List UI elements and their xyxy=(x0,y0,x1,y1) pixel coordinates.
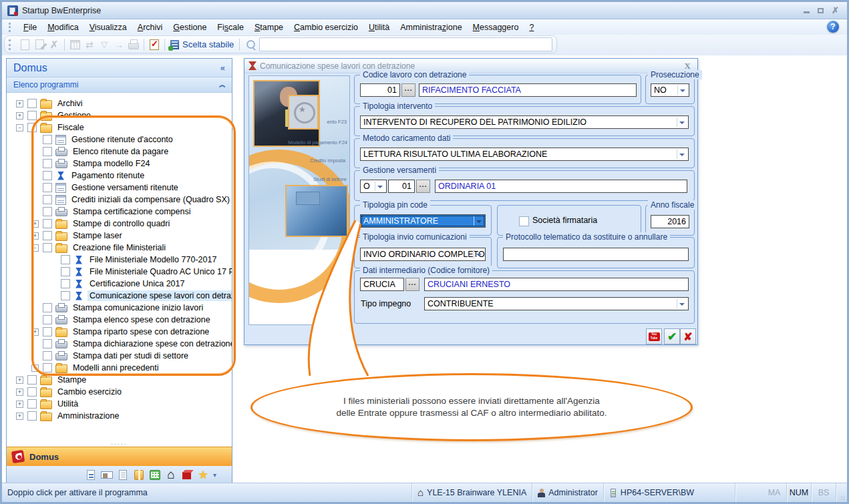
tree-item-checkbox[interactable] xyxy=(43,303,52,312)
tree-item[interactable]: + Modelli anni precedenti xyxy=(7,362,232,374)
intermediario-code-input[interactable]: CRUCIA xyxy=(360,278,404,291)
tree-item[interactable]: - Creazione file Ministeriali xyxy=(7,242,232,254)
prosecuzione-select[interactable]: NO xyxy=(651,83,689,97)
expand-toggle-icon[interactable]: + xyxy=(31,328,39,336)
tree-item[interactable]: Stampa dati per studi di settore xyxy=(7,350,232,362)
versamenti-code-input[interactable]: 01 xyxy=(388,180,415,193)
tipologia-pin-select[interactable]: AMMINISTRATORE xyxy=(360,214,486,228)
new-document-toolbar-button[interactable] xyxy=(17,37,32,52)
toolbar-separator[interactable] xyxy=(164,39,165,51)
tree-item[interactable]: - Fiscale xyxy=(7,121,232,134)
filter-toolbar-button[interactable] xyxy=(97,37,112,52)
versamenti-tipo-select[interactable]: O xyxy=(360,180,387,193)
archivi-menu-item[interactable]: Archivi xyxy=(132,21,168,34)
edit-toolbar-button[interactable] xyxy=(32,37,47,52)
tree-item-checkbox[interactable] xyxy=(43,315,52,324)
tree-item-checkbox[interactable] xyxy=(27,375,37,385)
versamenti-desc-input[interactable]: ORDINARIA 01 xyxy=(435,180,687,193)
fiscale-menu-item[interactable]: Fiscale xyxy=(212,21,249,34)
expand-toggle-icon[interactable]: + xyxy=(31,232,39,240)
delete-toolbar-button[interactable] xyxy=(47,37,61,52)
expand-toggle-icon[interactable]: + xyxy=(16,100,23,107)
expand-toggle-icon[interactable]: + xyxy=(31,364,39,372)
tree-item-checkbox[interactable] xyxy=(27,111,37,120)
tree-item-checkbox[interactable] xyxy=(43,219,52,228)
tree-item[interactable]: + Stampe laser xyxy=(7,230,232,242)
domus-bar[interactable]: Domus xyxy=(7,447,232,466)
tree-item[interactable]: + Amministrazione xyxy=(7,410,232,422)
tree-item[interactable]: + Cambio esercizio xyxy=(7,386,232,398)
tree-item[interactable]: Certificazione Unica 2017 xyxy=(7,278,232,290)
tree-item-checkbox[interactable] xyxy=(43,351,52,360)
tree-item-checkbox[interactable] xyxy=(43,171,52,180)
codice-lavoro-browse-button[interactable]: ... xyxy=(401,83,415,97)
splitter-handle[interactable]: ····· xyxy=(7,441,232,447)
tree-item[interactable]: Stampa elenco spese con detrazione xyxy=(7,314,232,326)
tree-item[interactable]: Gestione ritenute d'acconto xyxy=(7,134,232,146)
tree-item-checkbox[interactable] xyxy=(43,243,52,252)
tree-item[interactable]: Elenco ritenute da pagare xyxy=(7,146,232,158)
cambio-esercizio-menu-item[interactable]: Cambio esercizio xyxy=(289,21,363,34)
chev-icon[interactable]: ▾ xyxy=(213,469,225,481)
tree-item-checkbox[interactable] xyxy=(43,183,52,192)
window-close-button[interactable]: ✗ xyxy=(832,6,839,15)
expand-toggle-icon[interactable]: - xyxy=(31,244,39,252)
tree-item[interactable]: File Ministeriale Quadro AC Unico 17 PF xyxy=(7,266,232,278)
file-menu-item[interactable]: File xyxy=(18,21,42,34)
expand-toggle-icon[interactable]: + xyxy=(31,220,39,228)
tree-item-checkbox[interactable] xyxy=(43,327,52,336)
intermediario-desc-input[interactable]: CRUCIANI ERNESTO xyxy=(424,278,689,291)
expand-toggle-icon[interactable]: + xyxy=(16,413,23,420)
tree-item[interactable]: Stampa certificazione compensi xyxy=(7,206,232,218)
menubar-grip[interactable] xyxy=(9,23,13,32)
visualizza-menu-item[interactable]: Visualizza xyxy=(84,21,132,34)
cancel-button[interactable]: ✘ xyxy=(680,328,696,344)
tree-item[interactable]: Stampa modello F24 xyxy=(7,158,232,170)
tree-item-checkbox[interactable] xyxy=(27,399,37,409)
toolbar-grip[interactable] xyxy=(9,39,13,50)
tipo-impegno-select[interactable]: CONTRIBUENTE xyxy=(424,297,689,310)
contact-icon[interactable] xyxy=(101,469,113,481)
refresh-toolbar-button[interactable] xyxy=(82,37,97,52)
messaggero-menu-item[interactable]: Messaggero xyxy=(468,21,524,34)
report-icon[interactable] xyxy=(85,469,97,481)
tree-item-checkbox[interactable] xyxy=(43,207,52,216)
tree-item-checkbox[interactable] xyxy=(43,363,52,372)
calendar-toolbar-button[interactable] xyxy=(67,37,82,52)
tree-item-checkbox[interactable] xyxy=(27,99,37,108)
home-icon[interactable]: ⌂ xyxy=(165,469,177,481)
tree-item[interactable]: + Utilità xyxy=(7,398,232,410)
tree-item-checkbox[interactable] xyxy=(27,387,37,397)
expand-toggle-icon[interactable]: + xyxy=(16,401,23,408)
tree-item[interactable]: Stampa dichiarazione spese con detrazion… xyxy=(7,338,232,350)
collapse-section-icon[interactable]: ︽ xyxy=(219,80,225,89)
tree-item[interactable]: Stampa comunicazione inizio lavori xyxy=(7,302,232,314)
tree-item[interactable]: File Ministeriale Modello 770-2017 xyxy=(7,254,232,266)
help-menu-item[interactable]: ? xyxy=(524,21,539,34)
versamenti-browse-button[interactable]: ... xyxy=(416,180,430,193)
tree-item-checkbox[interactable] xyxy=(61,267,70,276)
intermediario-browse-button[interactable]: ... xyxy=(405,278,419,291)
cube-icon[interactable] xyxy=(181,469,193,481)
scelta-stabile-button[interactable]: Scelta stabile xyxy=(170,39,234,49)
checklist-toolbar-button[interactable] xyxy=(147,37,162,52)
resize-grip[interactable] xyxy=(836,483,847,502)
tree-item[interactable]: Comunicazione spese lavori con detrazion… xyxy=(7,290,232,302)
tree-item-checkbox[interactable] xyxy=(27,411,37,421)
print-toolbar-button[interactable] xyxy=(126,37,141,52)
maximize-button[interactable] xyxy=(818,6,824,15)
stampe-menu-item[interactable]: Stampe xyxy=(249,21,289,34)
codice-lavoro-input[interactable]: 01 xyxy=(360,83,400,97)
tree-item[interactable]: Crediti iniziali da compensare (Quadro S… xyxy=(7,194,232,206)
note-icon[interactable] xyxy=(117,469,129,481)
codice-lavoro-desc-input[interactable]: RIFACIMENTO FACCIATA xyxy=(419,83,637,97)
search-input[interactable] xyxy=(259,37,552,51)
tree-item-checkbox[interactable] xyxy=(43,195,52,204)
toolbar-separator[interactable] xyxy=(64,39,65,51)
utilita-menu-item[interactable]: Utilità xyxy=(363,21,395,34)
expand-toggle-icon[interactable]: + xyxy=(16,112,23,119)
tree-item-checkbox[interactable] xyxy=(43,339,52,348)
tree-item[interactable]: + Stampe xyxy=(7,374,232,386)
tree-item[interactable]: + Gestione xyxy=(7,109,232,121)
tree-item[interactable]: Pagamento ritenute xyxy=(7,170,232,182)
